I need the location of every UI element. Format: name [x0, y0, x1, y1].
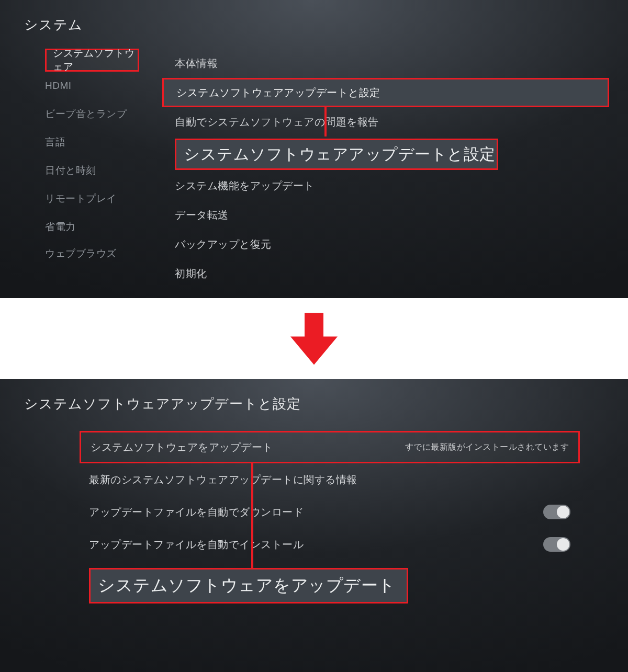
sidebar-item-web-browse[interactable]: ウェブブラウズ	[45, 241, 162, 266]
row-label: バックアップと復元	[175, 237, 272, 252]
row-auto-download[interactable]: アップデートファイルを自動でダウンロード	[80, 496, 580, 528]
row-label: 最新のシステムソフトウェアアップデートに関する情報	[89, 473, 357, 487]
callout-group: システムソフトウェアアップデートと設定	[162, 136, 609, 171]
callout-label: システムソフトウェアをアップデート	[98, 574, 396, 597]
sidebar-item-label: システムソフトウェア	[53, 47, 138, 74]
toggle-auto-download[interactable]	[543, 505, 570, 519]
sidebar-item-label: ビープ音とランプ	[45, 107, 127, 121]
sidebar-item-system-software[interactable]: システムソフトウェア	[45, 49, 139, 72]
row-auto-install[interactable]: アップデートファイルを自動でインストール	[80, 528, 580, 561]
screen-title: システムソフトウェアアップデートと設定	[0, 379, 628, 413]
row-system-software-update[interactable]: システムソフトウェアアップデートと設定	[162, 78, 609, 107]
row-label: 初期化	[175, 267, 207, 281]
callout-system-software-update[interactable]: システムソフトウェアアップデートと設定	[175, 139, 498, 170]
main-list: 本体情報 システムソフトウェアアップデートと設定 自動でシステムソフトウェアの問…	[162, 49, 628, 288]
row-console-information[interactable]: 本体情報	[162, 49, 609, 78]
callout-label: システムソフトウェアアップデートと設定	[184, 144, 496, 165]
sidebar-item-label: リモートプレイ	[45, 192, 117, 206]
sidebar-item-label: HDMI	[45, 80, 72, 92]
callout-group: システムソフトウェアをアップデート	[80, 568, 580, 603]
sidebar: システムソフトウェア HDMI ビープ音とランプ 言語 日付と時刻 リモートプレ…	[0, 49, 162, 288]
sidebar-item-remote-play[interactable]: リモートプレイ	[45, 185, 162, 213]
sidebar-item-label: 言語	[45, 135, 65, 149]
row-auto-report[interactable]: 自動でシステムソフトウェアの問題を報告	[162, 107, 609, 136]
row-reset[interactable]: 初期化	[162, 259, 609, 288]
row-label: データ転送	[175, 208, 229, 222]
row-label: システム機能をアップデート	[175, 179, 315, 193]
sidebar-item-hdmi[interactable]: HDMI	[45, 72, 162, 100]
sidebar-item-label: ウェブブラウズ	[45, 247, 117, 260]
arrow-down-icon	[290, 313, 338, 365]
screen-title: システム	[0, 0, 628, 34]
system-screen: システム システムソフトウェア HDMI ビープ音とランプ 言語 日付と時刻 リ…	[0, 0, 628, 298]
row-update-info[interactable]: 最新のシステムソフトウェアアップデートに関する情報	[80, 463, 580, 496]
svg-marker-0	[290, 313, 338, 365]
row-label: 自動でシステムソフトウェアの問題を報告	[175, 115, 379, 129]
step-divider	[0, 298, 628, 379]
sidebar-item-label: 日付と時刻	[45, 164, 96, 177]
update-settings-screen: システムソフトウェアアップデートと設定 システムソフトウェアをアップデート すで…	[0, 379, 628, 672]
row-update-system-software[interactable]: システムソフトウェアをアップデート すでに最新版がインストールされています	[80, 431, 580, 463]
update-status: すでに最新版がインストールされています	[405, 442, 579, 453]
sidebar-item-label: 省電力	[45, 220, 76, 234]
row-data-transfer[interactable]: データ転送	[162, 200, 609, 230]
sidebar-item-date-time[interactable]: 日付と時刻	[45, 156, 162, 185]
sidebar-item-power-saving[interactable]: 省電力	[45, 213, 162, 241]
row-label: 本体情報	[175, 56, 218, 71]
row-label: システムソフトウェアアップデートと設定	[176, 86, 380, 100]
sidebar-item-beep-lamp[interactable]: ビープ音とランプ	[45, 100, 162, 128]
row-backup-restore[interactable]: バックアップと復元	[162, 230, 609, 259]
toggle-auto-install[interactable]	[543, 537, 570, 552]
row-label: アップデートファイルを自動でインストール	[89, 538, 304, 552]
row-system-features-update[interactable]: システム機能をアップデート	[162, 171, 609, 200]
callout-update-system-software[interactable]: システムソフトウェアをアップデート	[89, 568, 408, 603]
row-label: アップデートファイルを自動でダウンロード	[89, 505, 304, 519]
row-label: システムソフトウェアをアップデート	[91, 440, 273, 454]
sidebar-item-language[interactable]: 言語	[45, 128, 162, 156]
